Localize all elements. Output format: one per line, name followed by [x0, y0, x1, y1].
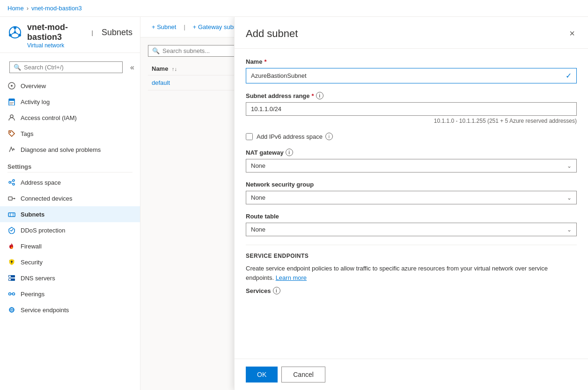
settings-section-label: Settings: [0, 158, 140, 172]
svg-line-20: [11, 183, 13, 184]
sidebar-nav: Overview Activity log Access control (IA…: [0, 78, 140, 390]
sidebar-item-connected-devices[interactable]: Connected devices: [0, 190, 140, 206]
nat-gateway-value: None: [251, 162, 265, 169]
content-area: + Subnet | + Gateway subnet 🔍 Name ↑↓: [140, 17, 588, 390]
nsg-value: None: [251, 194, 265, 201]
ipv6-checkbox-row: Add IPv6 address space i: [246, 133, 577, 140]
subnet-default-link[interactable]: default: [152, 79, 170, 86]
ipv6-label: Add IPv6 address space i: [257, 133, 333, 140]
address-hint: 10.1.1.0 - 10.1.1.255 (251 + 5 Azure res…: [246, 118, 577, 124]
svg-point-34: [13, 293, 15, 295]
sidebar-item-diagnose-label: Diagnose and solve problems: [21, 146, 101, 153]
add-subnet-panel: Add subnet × Name * ✓: [234, 17, 588, 390]
sidebar-item-firewall-label: Firewall: [21, 243, 42, 250]
svg-rect-31: [9, 276, 11, 277]
svg-point-2: [9, 34, 12, 37]
sidebar-item-subnets[interactable]: Subnets: [0, 206, 140, 222]
nsg-form-group: Network security group None ⌄: [246, 181, 577, 204]
breadcrumb-home[interactable]: Home: [7, 5, 24, 12]
subnet-range-required: *: [312, 92, 314, 99]
svg-point-1: [14, 26, 16, 29]
sidebar-item-peerings[interactable]: Peerings: [0, 286, 140, 302]
service-endpoints-title: SERVICE ENDPOINTS: [246, 253, 577, 259]
subnet-range-label: Subnet address range * i: [246, 92, 577, 99]
name-form-group: Name * ✓: [246, 58, 577, 83]
route-table-value: None: [251, 226, 265, 233]
ipv6-info-icon[interactable]: i: [325, 133, 333, 140]
sidebar-item-security[interactable]: Security: [0, 254, 140, 270]
sort-icon[interactable]: ↑↓: [172, 66, 177, 72]
add-subnet-button[interactable]: + Subnet: [148, 21, 180, 33]
panel-footer: OK Cancel: [235, 359, 588, 390]
svg-point-23: [14, 198, 15, 199]
sidebar-item-peerings-label: Peerings: [21, 291, 44, 298]
input-check-icon: ✓: [566, 71, 572, 80]
cancel-button[interactable]: Cancel: [281, 367, 325, 382]
svg-point-17: [13, 180, 15, 181]
nsg-dropdown[interactable]: None ⌄: [246, 191, 577, 204]
services-info-icon[interactable]: i: [273, 287, 280, 294]
svg-point-14: [10, 115, 13, 118]
svg-point-27: [11, 261, 13, 262]
route-table-arrow-icon: ⌄: [567, 226, 572, 233]
ipv6-checkbox[interactable]: [246, 133, 253, 140]
col-header-name: Name ↑↓: [152, 65, 245, 72]
sidebar-search-box: 🔍: [9, 61, 123, 73]
overview-icon: [7, 82, 16, 90]
sidebar-item-address-space-label: Address space: [21, 179, 61, 186]
ok-button[interactable]: OK: [246, 367, 278, 382]
access-control-icon: [7, 113, 16, 122]
sidebar-item-activity-log-label: Activity log: [21, 98, 50, 105]
sidebar-item-tags-label: Tags: [21, 130, 33, 137]
name-input[interactable]: [251, 72, 566, 79]
subnet-search-icon: 🔍: [152, 47, 160, 54]
sidebar-search-input[interactable]: [24, 64, 118, 71]
sidebar-item-activity-log[interactable]: Activity log: [0, 94, 140, 110]
svg-point-18: [13, 183, 15, 185]
nsg-label: Network security group: [246, 181, 577, 188]
svg-rect-11: [9, 99, 15, 101]
learn-more-link[interactable]: Learn more: [276, 274, 307, 281]
nat-gateway-info-icon[interactable]: i: [286, 149, 293, 156]
diagnose-icon: [7, 145, 16, 154]
svg-rect-21: [8, 197, 12, 200]
sidebar-item-service-endpoints[interactable]: Service endpoints: [0, 302, 140, 318]
sidebar-item-dns-servers[interactable]: DNS servers: [0, 270, 140, 286]
tags-icon: [7, 129, 16, 138]
dns-servers-icon: [7, 274, 16, 282]
resource-name: vnet-mod-bastion3: [27, 22, 83, 42]
sidebar-item-access-control[interactable]: Access control (IAM): [0, 110, 140, 126]
nat-gateway-dropdown[interactable]: None ⌄: [246, 159, 577, 172]
service-description: Create service endpoint policies to allo…: [246, 264, 577, 282]
panel-close-button[interactable]: ×: [567, 26, 577, 41]
breadcrumb: Home › vnet-mod-bastion3: [0, 0, 588, 17]
security-icon: [7, 258, 16, 266]
collapse-sidebar-button[interactable]: «: [128, 61, 136, 74]
subnet-range-input[interactable]: [246, 102, 577, 116]
name-input-wrapper: ✓: [246, 68, 577, 83]
sidebar-item-overview[interactable]: Overview: [0, 78, 140, 94]
route-table-label: Route table: [246, 213, 577, 220]
nat-gateway-form-group: NAT gateway i None ⌄: [246, 149, 577, 172]
sidebar-item-connected-devices-label: Connected devices: [21, 195, 73, 202]
sidebar-item-address-space[interactable]: Address space: [0, 174, 140, 190]
sidebar-item-overview-label: Overview: [21, 82, 46, 90]
svg-rect-24: [8, 213, 15, 217]
sidebar-item-diagnose[interactable]: Diagnose and solve problems: [0, 142, 140, 158]
svg-line-19: [11, 181, 13, 182]
address-space-icon: [7, 178, 16, 187]
nat-gateway-label: NAT gateway i: [246, 149, 577, 156]
svg-point-15: [10, 132, 11, 133]
sidebar-item-tags[interactable]: Tags: [0, 126, 140, 142]
panel-body: Name * ✓ Subnet address range * i: [235, 49, 588, 359]
panel-title: Add subnet: [246, 28, 298, 40]
nat-gateway-arrow-icon: ⌄: [567, 163, 572, 169]
route-table-dropdown[interactable]: None ⌄: [246, 223, 577, 236]
svg-point-3: [18, 34, 21, 37]
subnet-name-cell: default: [152, 79, 245, 86]
panel-header: Add subnet ×: [235, 17, 588, 49]
sidebar-item-ddos[interactable]: DDoS protection: [0, 222, 140, 238]
subnet-range-info-icon[interactable]: i: [316, 92, 323, 99]
breadcrumb-resource[interactable]: vnet-mod-bastion3: [31, 5, 82, 12]
sidebar-item-firewall[interactable]: Firewall: [0, 238, 140, 254]
